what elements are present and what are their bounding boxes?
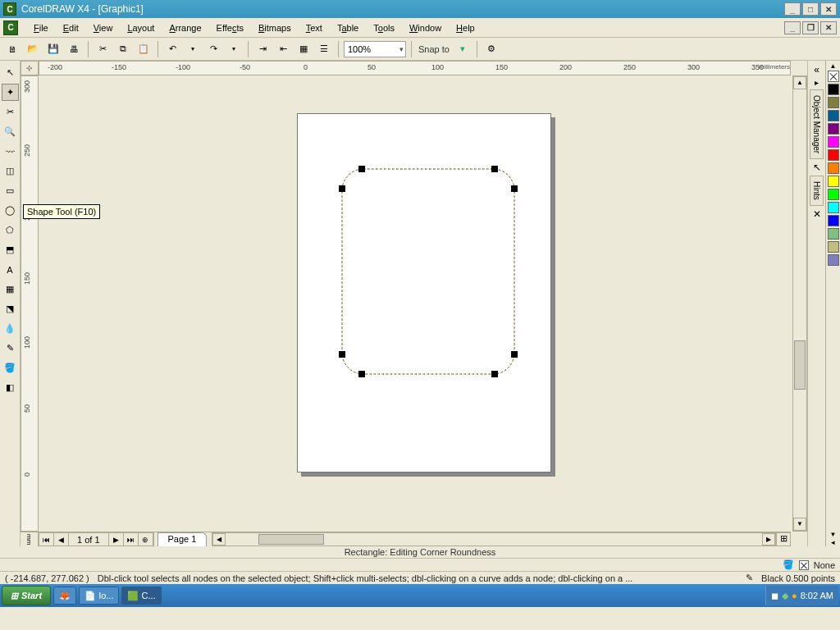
navigator-button[interactable]: ⊞ (776, 532, 791, 546)
dock-close-button[interactable]: ✕ (813, 208, 821, 220)
menu-edit[interactable]: Edit (56, 21, 86, 34)
crop-tool[interactable]: ✂ (2, 103, 19, 121)
undo-button[interactable]: ↶ (163, 40, 181, 58)
color-swatch[interactable] (828, 228, 839, 240)
tray-icon-3[interactable]: ● (792, 591, 797, 600)
vscroll-thumb[interactable] (794, 340, 806, 390)
page-tab-1[interactable]: Page 1 (158, 532, 208, 546)
menu-effects[interactable]: Effects (209, 21, 251, 34)
tray-icon-1[interactable]: ◼ (771, 591, 778, 601)
cut-button[interactable]: ✂ (94, 40, 112, 58)
redo-dropdown[interactable]: ▾ (225, 40, 243, 58)
taskbar-firefox[interactable]: 🦊 (53, 587, 76, 605)
fill-none-swatch[interactable] (799, 560, 809, 570)
interactive-tool[interactable]: ⬔ (2, 300, 19, 317)
color-swatch[interactable] (828, 241, 839, 253)
scroll-right-button[interactable]: ▶ (762, 533, 775, 546)
color-swatch[interactable] (828, 215, 839, 226)
menu-text[interactable]: Text (299, 21, 330, 34)
basic-shapes-tool[interactable]: ⬒ (2, 241, 19, 258)
fill-tool[interactable]: 🪣 (2, 359, 19, 377)
rectangle-tool[interactable]: ▭ (2, 182, 19, 199)
menu-view[interactable]: View (86, 21, 121, 34)
redo-button[interactable]: ↷ (204, 40, 222, 58)
save-button[interactable]: 💾 (44, 40, 62, 58)
shape-tool[interactable]: ✦ (2, 84, 19, 101)
copy-button[interactable]: ⧉ (114, 40, 132, 58)
dock-flyout-button[interactable]: ▸ (815, 78, 819, 87)
dock-expand-button[interactable]: « (814, 64, 819, 75)
node-bottom-right[interactable] (491, 371, 498, 377)
undo-dropdown[interactable]: ▾ (184, 40, 202, 58)
vertical-scrollbar[interactable]: ▲ ▼ (792, 75, 807, 532)
color-swatch[interactable] (828, 84, 839, 95)
hscroll-thumb[interactable] (258, 534, 324, 545)
node-left-top[interactable] (339, 185, 345, 192)
table-tool[interactable]: ▦ (2, 281, 19, 298)
horizontal-scrollbar[interactable]: ◀ ▶ (212, 532, 776, 546)
open-button[interactable]: 📂 (24, 40, 42, 58)
import-button[interactable]: ⇥ (253, 40, 272, 58)
first-page-button[interactable]: ⏮ (39, 533, 54, 546)
outline-tool[interactable]: ✎ (2, 340, 19, 357)
color-swatch[interactable] (828, 123, 839, 135)
start-button[interactable]: ⊞Start (2, 586, 51, 605)
palette-up-button[interactable]: ▲ (830, 62, 837, 70)
maximize-button[interactable]: □ (802, 2, 819, 16)
color-swatch[interactable] (828, 97, 839, 108)
prev-page-button[interactable]: ◀ (54, 533, 69, 546)
selected-rectangle[interactable] (339, 166, 518, 377)
color-swatch[interactable] (828, 136, 839, 148)
new-button[interactable]: 🗎 (3, 40, 21, 58)
node-right-top[interactable] (511, 185, 518, 192)
eyedropper-tool[interactable]: 💧 (2, 320, 19, 337)
vertical-ruler[interactable]: 300250200150100500 (21, 75, 39, 532)
taskbar-item-2[interactable]: 🟩 C... (121, 587, 161, 605)
menu-layout[interactable]: Layout (120, 21, 162, 34)
freehand-tool[interactable]: 〰 (2, 143, 19, 160)
color-swatch[interactable] (828, 254, 839, 266)
node-top-right[interactable] (491, 166, 498, 172)
menu-tools[interactable]: Tools (366, 21, 402, 34)
hints-tab[interactable]: Hints (810, 176, 824, 206)
doc-close-button[interactable]: ✕ (820, 21, 837, 34)
color-swatch[interactable] (828, 149, 839, 161)
color-swatch[interactable] (828, 202, 839, 213)
welcome-button[interactable]: ☰ (315, 40, 333, 58)
zoom-combo[interactable]: 100% (344, 41, 406, 57)
no-color-swatch[interactable] (828, 71, 839, 82)
color-swatch[interactable] (828, 110, 839, 121)
scroll-down-button[interactable]: ▼ (793, 518, 806, 531)
drawing-page[interactable] (297, 113, 551, 472)
ellipse-tool[interactable]: ◯ (2, 202, 19, 219)
menu-bitmaps[interactable]: Bitmaps (251, 21, 299, 34)
object-manager-tab[interactable]: Object Manager (810, 89, 824, 159)
node-bottom-left[interactable] (358, 371, 365, 377)
taskbar-item-1[interactable]: 📄 Io... (79, 587, 119, 605)
interactive-fill-tool[interactable]: ◧ (2, 379, 19, 396)
system-tray[interactable]: ◼ ◆ ● 8:02 AM (765, 586, 838, 605)
tray-icon-2[interactable]: ◆ (782, 591, 788, 601)
color-swatch[interactable] (828, 162, 839, 174)
export-button[interactable]: ⇤ (274, 40, 292, 58)
minimize-button[interactable]: _ (784, 2, 801, 16)
next-page-button[interactable]: ▶ (109, 533, 124, 546)
menu-window[interactable]: Window (402, 21, 449, 34)
polygon-tool[interactable]: ⬠ (2, 221, 19, 239)
app-launcher-button[interactable]: ▦ (294, 40, 313, 58)
smart-fill-tool[interactable]: ◫ (2, 162, 19, 180)
pick-tool[interactable]: ↖ (2, 64, 19, 81)
scroll-up-button[interactable]: ▲ (793, 76, 806, 89)
palette-down-button[interactable]: ▼ (830, 531, 837, 538)
add-page-button[interactable]: ⊕ (139, 533, 153, 546)
close-button[interactable]: ✕ (820, 2, 837, 16)
menu-help[interactable]: Help (449, 21, 482, 34)
options-button[interactable]: ⚙ (482, 40, 500, 58)
doc-minimize-button[interactable]: _ (784, 21, 801, 34)
menu-table[interactable]: Table (330, 21, 366, 34)
last-page-button[interactable]: ⏭ (124, 533, 139, 546)
color-swatch[interactable] (828, 176, 839, 187)
horizontal-ruler[interactable]: millimeters -200-150-100-500501001502002… (39, 61, 791, 75)
snap-dropdown[interactable]: ▾ (454, 40, 472, 58)
node-right-bottom[interactable] (511, 351, 518, 358)
